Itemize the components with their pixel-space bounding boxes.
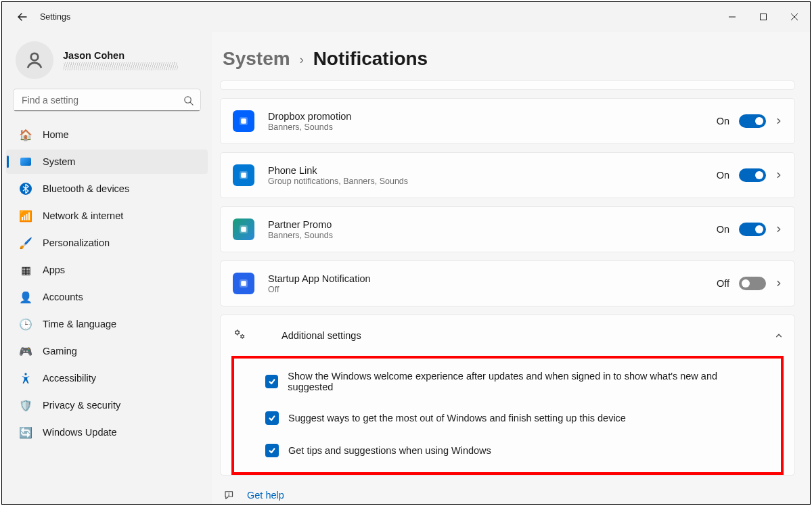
svg-rect-5 [241,118,246,124]
app-title: Phone Link [268,165,717,176]
sidebar-item-label: System [43,156,75,167]
sidebar-item-system[interactable]: System [6,150,208,174]
chevron-right-icon [775,226,782,233]
startup-app-icon [233,273,254,294]
back-arrow-icon [17,12,28,22]
sidebar-item-label: Bluetooth & devices [43,183,129,194]
sidebar-item-label: Network & internet [43,210,123,221]
sidebar-item-label: Personalization [43,237,110,248]
sidebar-item-label: Time & language [43,319,116,329]
sidebar-item-bluetooth[interactable]: Bluetooth & devices [6,177,208,201]
close-icon [791,14,798,20]
additional-settings-expander: Additional settings Show the Windows wel… [220,315,795,476]
maximize-button[interactable] [748,6,779,28]
svg-rect-7 [241,172,246,178]
footer-links: Get help Give feedback [220,489,795,504]
app-title: Settings [40,12,70,22]
search-input[interactable]: Find a setting [13,89,201,112]
additional-settings-header[interactable]: Additional settings [221,315,794,356]
nav-list: 🏠HomeSystemBluetooth & devices📶Network &… [2,120,212,444]
app-subtitle: Group notifications, Banners, Sounds [268,177,717,186]
sidebar-item-label: Gaming [43,346,77,356]
avatar [16,41,53,79]
sidebar-item-update[interactable]: 🔄Windows Update [6,420,208,444]
checkbox-label: Get tips and suggestions when using Wind… [288,445,491,456]
svg-point-1 [31,53,39,61]
sidebar-item-label: Apps [43,264,65,275]
search-icon [183,95,194,106]
app-subtitle: Banners, Sounds [268,122,717,132]
chevron-up-icon [775,332,782,339]
sidebar-item-privacy[interactable]: 🛡️Privacy & security [6,393,208,417]
chevron-right-icon: › [300,53,304,67]
app-row-dropbox[interactable]: Dropbox promotionBanners, SoundsOn [220,98,795,144]
app-row-startup[interactable]: Startup App NotificationOffOff [220,260,795,306]
help-icon [223,489,236,501]
sidebar-item-accessibility[interactable]: Accessibility [6,366,208,390]
notifications-toggle[interactable] [739,223,766,236]
toggle-status-text: On [717,170,729,181]
sidebar-item-label: Privacy & security [43,400,120,411]
home-icon: 🏠 [20,129,32,141]
chevron-right-icon [775,118,782,124]
svg-point-13 [241,335,244,338]
additional-setting-row: Get tips and suggestions when using Wind… [245,444,770,457]
accounts-icon: 👤 [20,291,32,303]
app-subtitle: Banners, Sounds [268,231,717,240]
profile-block[interactable]: Jason Cohen [2,32,212,83]
main-content: System › Notifications Dropbox promotion… [212,32,810,504]
sidebar-item-label: Home [43,129,69,140]
close-button[interactable] [779,6,810,28]
minimize-button[interactable] [717,6,748,28]
sidebar-item-label: Accessibility [43,373,96,384]
sidebar-item-time[interactable]: 🕒Time & language [6,312,208,336]
additional-settings-title: Additional settings [281,330,759,341]
sidebar-item-gaming[interactable]: 🎮Gaming [6,339,208,363]
checkbox[interactable] [265,411,279,425]
app-title: Partner Promo [268,219,717,230]
checkbox[interactable] [265,444,279,457]
sidebar-item-label: Accounts [43,292,83,302]
sidebar-item-label: Windows Update [43,427,117,438]
sidebar-item-network[interactable]: 📶Network & internet [6,204,208,228]
notifications-toggle[interactable] [739,168,766,182]
checkbox[interactable] [265,375,278,388]
notifications-toggle[interactable] [739,277,766,290]
additional-setting-row: Show the Windows welcome experience afte… [245,371,770,392]
search-placeholder: Find a setting [22,95,183,106]
notifications-toggle[interactable] [739,114,766,128]
app-row-phonelink[interactable]: Phone LinkGroup notifications, Banners, … [220,152,795,198]
checkbox-label: Suggest ways to get the most out of Wind… [288,413,626,423]
get-help-label: Get help [247,490,284,501]
chevron-right-icon [775,172,782,179]
sidebar-item-personalization[interactable]: 🖌️Personalization [6,231,208,255]
network-icon: 📶 [20,210,32,222]
svg-rect-0 [761,14,767,20]
breadcrumb-leaf: Notifications [313,48,428,70]
personalization-icon: 🖌️ [20,237,32,249]
person-icon [24,50,45,70]
window-frame: Settings Jas [1,1,811,505]
additional-setting-row: Suggest ways to get the most out of Wind… [245,411,770,425]
back-button[interactable] [16,10,29,24]
breadcrumb: System › Notifications [220,32,795,72]
svg-rect-11 [241,281,246,286]
get-help-link[interactable]: Get help [223,489,795,501]
sidebar-item-accounts[interactable]: 👤Accounts [6,285,208,309]
partial-card-edge [220,80,795,90]
breadcrumb-root[interactable]: System [223,48,290,70]
apps-icon: ▦ [20,264,32,276]
app-subtitle: Off [268,285,717,294]
svg-point-2 [185,96,191,102]
sidebar: Jason Cohen Find a setting 🏠HomeSystemBl… [2,32,212,504]
partner-app-icon [233,218,254,240]
privacy-icon: 🛡️ [20,399,32,411]
bluetooth-icon [20,183,32,195]
app-title: Startup App Notification [268,273,717,284]
titlebar: Settings [2,2,810,32]
gears-icon [233,327,249,344]
app-row-partner[interactable]: Partner PromoBanners, SoundsOn [220,206,795,252]
sidebar-item-apps[interactable]: ▦Apps [6,258,208,282]
accessibility-icon [20,372,32,384]
sidebar-item-home[interactable]: 🏠Home [6,122,208,147]
